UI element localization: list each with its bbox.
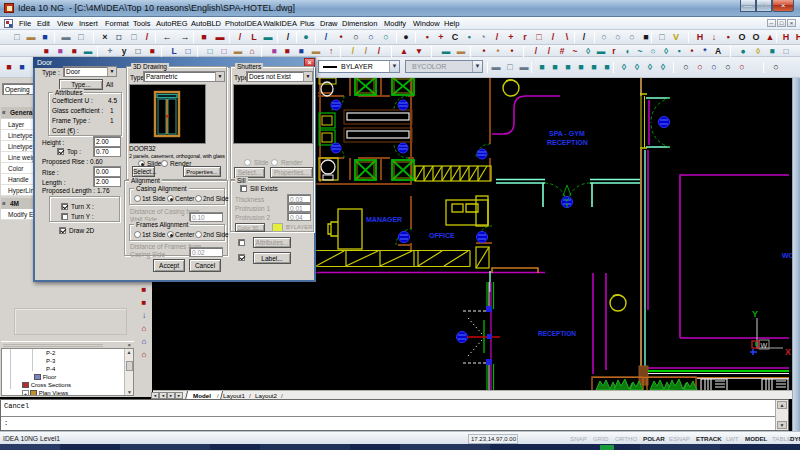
svg-text:RECEPTION: RECEPTION <box>547 139 588 146</box>
svg-text:WC: WC <box>782 252 792 259</box>
svg-text:RECEPTION: RECEPTION <box>538 330 576 337</box>
svg-text:X: X <box>785 347 791 357</box>
svg-text:W: W <box>761 342 768 349</box>
svg-text:MANAGER: MANAGER <box>366 216 402 223</box>
svg-text:Y: Y <box>752 309 758 319</box>
svg-text:SPA - GYM: SPA - GYM <box>549 130 585 137</box>
svg-text:OFFICE: OFFICE <box>429 232 455 239</box>
